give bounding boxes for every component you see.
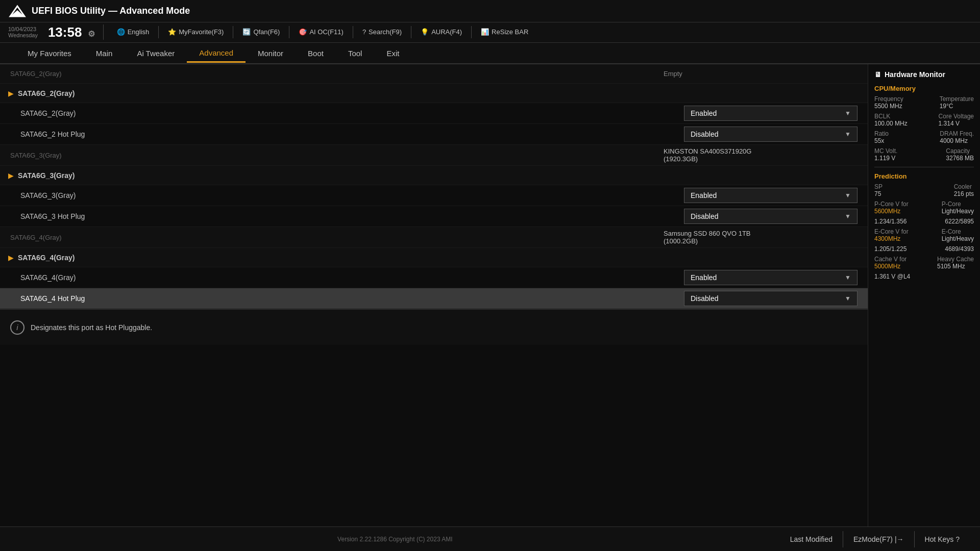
dropdown-arrow-icon-3: ▼	[845, 192, 851, 199]
time-display: 13:58 ⚙	[48, 26, 95, 39]
hw-pcore-perf-value: 6222/5895	[945, 218, 974, 225]
hw-corevolt-value: 1.314 V	[939, 120, 974, 127]
sata6g3-enable-row: SATA6G_3(Gray) Enabled ▼	[0, 185, 868, 206]
sata6g4-header-label: SATA6G_4(Gray)	[10, 234, 664, 241]
search-label: Search(F9)	[369, 28, 402, 36]
footer: Version 2.22.1286 Copyright (C) 2023 AMI…	[0, 527, 980, 551]
sata6g2-header-row: SATA6G_2(Gray) Empty	[0, 64, 868, 84]
resizebar-label: ReSize BAR	[492, 28, 528, 36]
toolbar-language[interactable]: 🌐 English	[117, 28, 150, 36]
toolbar-myfavorite[interactable]: ⭐ MyFavorite(F3)	[168, 28, 224, 36]
toolbar-search[interactable]: ? Search(F9)	[362, 28, 402, 36]
info-text: Designates this port as Hot Pluggable.	[31, 323, 152, 332]
hw-frequency-label: Frequency	[874, 95, 903, 103]
ezmode-button[interactable]: EzMode(F7) |→	[843, 531, 914, 547]
nav-tool[interactable]: Tool	[336, 45, 375, 62]
asus-logo-icon	[8, 2, 27, 20]
top-bar: UEFI BIOS Utility — Advanced Mode	[0, 0, 980, 22]
dropdown-arrow-icon-2: ▼	[845, 131, 851, 138]
dropdown-arrow-icon-5: ▼	[845, 274, 851, 281]
sata6g3-hotplug-dropdown[interactable]: Disabled ▼	[684, 209, 857, 224]
hw-pcore-v-row: P-Core V for 5600MHz P-Core Light/Heavy	[874, 201, 974, 215]
toolbar-aura[interactable]: 💡 AURA(F4)	[421, 28, 462, 36]
toolbar-resizebar[interactable]: 📊 ReSize BAR	[481, 28, 528, 36]
hw-ratio-value: 55x	[874, 137, 889, 144]
nav-advanced[interactable]: Advanced	[187, 44, 246, 63]
sata6g2-header-label: SATA6G_2(Gray)	[10, 70, 664, 78]
sata6g4-group-row[interactable]: ▶ SATA6G_4(Gray)	[0, 248, 868, 267]
sata6g3-header-row: SATA6G_3(Gray) KINGSTON SA400S371920G (1…	[0, 145, 868, 166]
sata6g4-hotplug-dropdown[interactable]: Disabled ▼	[684, 291, 857, 306]
monitor-icon: 🖥	[874, 70, 881, 79]
sata6g3-header-label: SATA6G_3(Gray)	[10, 152, 664, 159]
nav-main[interactable]: Main	[84, 45, 125, 62]
sata6g2-group-row[interactable]: ▶ SATA6G_2(Gray)	[0, 84, 868, 103]
hw-bclk-value: 100.00 MHz	[874, 120, 908, 127]
aioc-label: AI OC(F11)	[309, 28, 343, 36]
logo: UEFI BIOS Utility — Advanced Mode	[8, 2, 190, 20]
sata6g4-enable-dropdown[interactable]: Enabled ▼	[684, 270, 857, 285]
nav-menu: My Favorites Main Ai Tweaker Advanced Mo…	[0, 43, 980, 64]
sata6g3-enable-dropdown[interactable]: Enabled ▼	[684, 188, 857, 203]
hw-cache-v-value: 1.361 V @L4	[874, 273, 910, 280]
sata6g3-group-label: SATA6G_3(Gray)	[18, 171, 860, 180]
sata6g4-arrow-icon: ▶	[8, 254, 14, 262]
nav-exit[interactable]: Exit	[374, 45, 411, 62]
sata6g4-hotplug-label: SATA6G_4 Hot Plug	[20, 294, 684, 303]
hot-keys-button[interactable]: Hot Keys ?	[914, 531, 970, 547]
nav-monitor[interactable]: Monitor	[246, 45, 296, 62]
hw-ratio-row: Ratio 55x DRAM Freq. 4000 MHz	[874, 130, 974, 144]
hw-cache-v-row: Cache V for 5000MHz Heavy Cache 5105 MHz	[874, 256, 974, 270]
nav-favorites[interactable]: My Favorites	[15, 45, 84, 62]
info-bar: i Designates this port as Hot Pluggable.	[0, 309, 868, 345]
language-label: English	[128, 28, 150, 36]
hw-ecore-lh-value: Light/Heavy	[942, 235, 974, 242]
sata6g2-arrow-icon: ▶	[8, 89, 14, 97]
hw-temperature-label: Temperature	[940, 95, 974, 103]
divider-1	[103, 24, 104, 40]
hw-temperature-value: 19°C	[940, 103, 974, 110]
sata6g4-header-row: SATA6G_4(Gray) Samsung SSD 860 QVO 1TB (…	[0, 227, 868, 248]
hw-heavy-cache-label: Heavy Cache	[937, 256, 974, 263]
toolbar-aioc[interactable]: 🎯 AI OC(F11)	[299, 28, 343, 36]
aura-icon: 💡	[421, 28, 429, 36]
hw-monitor-panel: 🖥 Hardware Monitor CPU/Memory Frequency …	[868, 64, 980, 527]
sata6g4-enable-label: SATA6G_4(Gray)	[20, 273, 684, 282]
hw-ecore-vals-row: 1.205/1.225 4689/4393	[874, 245, 974, 253]
hw-mcvolt-value: 1.119 V	[874, 155, 897, 162]
last-modified-button[interactable]: Last Modified	[780, 531, 843, 547]
main-layout: SATA6G_2(Gray) Empty ▶ SATA6G_2(Gray) SA…	[0, 64, 980, 527]
hw-monitor-title: 🖥 Hardware Monitor	[874, 70, 974, 79]
sata6g3-hotplug-row: SATA6G_3 Hot Plug Disabled ▼	[0, 206, 868, 227]
divider-2	[158, 26, 159, 38]
sata6g2-hotplug-dropdown[interactable]: Disabled ▼	[684, 127, 857, 142]
aura-label: AURA(F4)	[431, 28, 462, 36]
aioc-icon: 🎯	[299, 28, 307, 36]
qfan-label: Qfan(F6)	[253, 28, 280, 36]
app-title: UEFI BIOS Utility — Advanced Mode	[32, 6, 190, 16]
nav-ai-tweaker[interactable]: Ai Tweaker	[125, 45, 187, 62]
hw-capacity-label: Capacity	[946, 147, 974, 155]
hw-cache-freq: 5000MHz	[874, 263, 906, 270]
date-display: 10/04/2023 Wednesday	[8, 26, 38, 38]
globe-icon: 🌐	[117, 28, 125, 36]
content-area: SATA6G_2(Gray) Empty ▶ SATA6G_2(Gray) SA…	[0, 64, 868, 527]
sata6g3-group-row[interactable]: ▶ SATA6G_3(Gray)	[0, 166, 868, 185]
search-icon: ?	[362, 28, 366, 36]
sata6g2-group-label: SATA6G_2(Gray)	[18, 89, 860, 97]
sata6g4-enable-value: Enabled	[691, 273, 717, 282]
settings-gear-icon[interactable]: ⚙	[88, 30, 95, 38]
hw-cooler-value: 216 pts	[954, 190, 974, 197]
dropdown-arrow-icon: ▼	[845, 110, 851, 117]
sata6g2-enable-dropdown[interactable]: Enabled ▼	[684, 106, 857, 121]
hw-divider-1	[874, 167, 974, 167]
resizebar-icon: 📊	[481, 28, 489, 36]
divider-5	[353, 26, 353, 38]
toolbar-items: 🌐 English ⭐ MyFavorite(F3) 🔄 Qfan(F6) 🎯 …	[117, 26, 529, 38]
hw-dramfreq-label: DRAM Freq.	[940, 130, 974, 137]
nav-boot[interactable]: Boot	[296, 45, 336, 62]
hw-sp-row: SP 75 Cooler 216 pts	[874, 183, 974, 197]
toolbar-qfan[interactable]: 🔄 Qfan(F6)	[242, 28, 280, 36]
hw-ecore-v-value: 1.205/1.225	[874, 245, 906, 253]
hw-ecore-perf-value: 4689/4393	[945, 245, 974, 253]
